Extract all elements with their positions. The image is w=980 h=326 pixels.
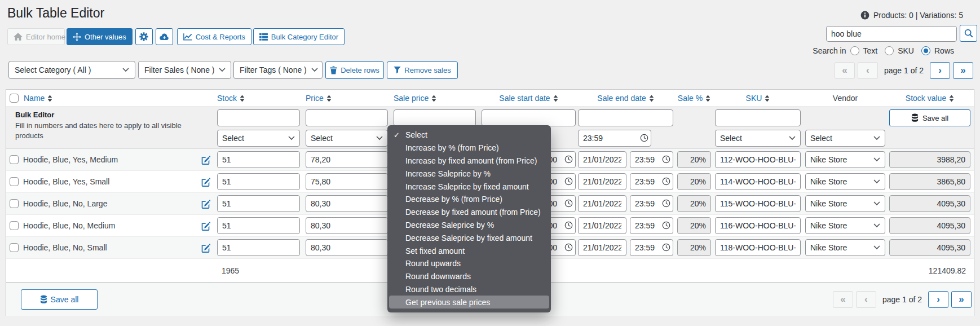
remove-sales-button[interactable]: Remove sales <box>387 61 458 79</box>
edit-icon[interactable] <box>201 221 210 231</box>
column-header-name[interactable]: Name <box>24 94 45 103</box>
sale-end-date-input[interactable] <box>578 217 626 234</box>
menu-item[interactable]: Decrease by fixed amount (from Price) <box>387 206 551 219</box>
menu-item[interactable]: Increase by fixed amount (from Price) <box>387 155 551 168</box>
vendor-select[interactable]: Nike Store <box>805 151 885 168</box>
delete-rows-button[interactable]: Delete rows <box>325 61 384 79</box>
vendor-select[interactable]: Nike Store <box>805 173 885 190</box>
search-button[interactable] <box>960 25 977 42</box>
menu-item[interactable]: Round downwards <box>387 270 551 283</box>
menu-item[interactable]: Decrease Saleprice by fixed amount <box>387 231 551 244</box>
row-checkbox[interactable] <box>10 221 19 230</box>
edit-icon[interactable] <box>201 177 210 187</box>
cost-reports-button[interactable]: Cost & Reports <box>177 28 251 45</box>
sku-input[interactable] <box>715 239 801 256</box>
sort-icon[interactable] <box>326 95 332 102</box>
sku-input[interactable] <box>715 173 801 190</box>
sort-icon[interactable] <box>431 95 436 102</box>
settings-button[interactable] <box>135 28 153 45</box>
vendor-select[interactable]: Nike Store <box>805 239 885 256</box>
row-checkbox[interactable] <box>10 243 19 252</box>
radio-sku[interactable] <box>885 46 894 55</box>
row-checkbox[interactable] <box>10 155 19 164</box>
next-page-button[interactable]: › <box>928 291 948 308</box>
other-values-button[interactable]: Other values <box>67 28 133 45</box>
radio-rows[interactable] <box>921 46 930 55</box>
column-header-sale-start[interactable]: Sale start date <box>499 94 550 103</box>
menu-item[interactable]: Increase by % (from Price) <box>387 142 551 155</box>
bulk-sku-select[interactable]: Select <box>715 130 801 147</box>
sale-end-date-input[interactable] <box>578 151 626 168</box>
tags-filter-select[interactable]: Filter Tags ( None ) <box>233 61 323 79</box>
vendor-select[interactable]: Nike Store <box>805 195 885 212</box>
next-page-button[interactable]: › <box>930 62 950 79</box>
bulk-stock-input[interactable] <box>217 109 300 126</box>
sale-end-date-input[interactable] <box>578 195 626 212</box>
price-input[interactable] <box>306 173 388 190</box>
sku-input[interactable] <box>715 217 801 234</box>
cloud-download-button[interactable] <box>156 28 173 45</box>
sort-icon[interactable] <box>240 95 245 102</box>
bulk-price-select[interactable]: Select <box>306 130 388 147</box>
category-filter-select[interactable]: Select Category ( All ) <box>8 61 135 79</box>
stock-input[interactable] <box>217 239 300 256</box>
menu-item[interactable]: Get previous sale prices <box>389 296 549 309</box>
column-header-sku[interactable]: SKU <box>746 94 762 103</box>
row-checkbox[interactable] <box>10 177 19 186</box>
search-input[interactable] <box>826 26 957 42</box>
bulk-price-input[interactable] <box>306 109 388 126</box>
select-all-checkbox[interactable] <box>10 94 19 103</box>
column-header-stock-value[interactable]: Stock value <box>906 94 946 103</box>
sales-filter-select[interactable]: Filter Sales ( None ) <box>138 61 231 79</box>
save-all-button[interactable]: Save all <box>21 289 98 310</box>
first-page-button[interactable]: « <box>835 62 855 79</box>
bulk-stock-select[interactable]: Select <box>217 130 300 147</box>
stock-input[interactable] <box>217 195 300 212</box>
column-header-stock[interactable]: Stock <box>217 94 237 103</box>
sku-input[interactable] <box>715 195 801 212</box>
price-input[interactable] <box>306 239 388 256</box>
price-input[interactable] <box>306 217 388 234</box>
bulk-save-all-button[interactable]: Save all <box>889 109 970 126</box>
stock-input[interactable] <box>217 151 300 168</box>
prev-page-button[interactable]: ‹ <box>856 291 876 308</box>
menu-item[interactable]: Increase Saleprice by fixed amount <box>387 180 551 193</box>
radio-text[interactable] <box>850 46 859 55</box>
bulk-category-editor-button[interactable]: Bulk Category Editor <box>253 28 345 45</box>
column-header-price[interactable]: Price <box>306 94 324 103</box>
menu-item[interactable]: Set fixed amount <box>387 244 551 257</box>
menu-item[interactable]: Decrease by % (from Price) <box>387 193 551 206</box>
editor-home-button[interactable]: Editor home <box>7 28 65 45</box>
price-input[interactable] <box>306 195 388 212</box>
last-page-button[interactable]: » <box>953 62 973 79</box>
menu-item[interactable]: Decrease Saleprice by % <box>387 219 551 232</box>
menu-item[interactable]: ✓Select <box>387 129 551 142</box>
column-header-sale-end[interactable]: Sale end date <box>597 94 646 103</box>
row-checkbox[interactable] <box>10 199 19 208</box>
first-page-button[interactable]: « <box>833 291 853 308</box>
menu-item[interactable]: Round two decimals <box>387 283 551 296</box>
edit-icon[interactable] <box>201 243 210 253</box>
vendor-select[interactable]: Nike Store <box>805 217 885 234</box>
sort-icon[interactable] <box>949 95 954 102</box>
edit-icon[interactable] <box>201 199 210 209</box>
stock-input[interactable] <box>217 217 300 234</box>
column-header-sale-price[interactable]: Sale price <box>394 94 429 103</box>
menu-item[interactable]: Increase Saleprice by % <box>387 167 551 180</box>
sort-icon[interactable] <box>765 95 770 102</box>
price-input[interactable] <box>306 151 388 168</box>
bulk-sale-price-input[interactable] <box>394 109 476 126</box>
bulk-sku-input[interactable] <box>715 109 801 126</box>
sale-end-date-input[interactable] <box>578 173 626 190</box>
sku-input[interactable] <box>715 151 801 168</box>
bulk-sale-start-date-input[interactable] <box>482 109 576 126</box>
sort-icon[interactable] <box>47 95 52 102</box>
sort-icon[interactable] <box>649 95 654 102</box>
sort-icon[interactable] <box>553 95 558 102</box>
prev-page-button[interactable]: ‹ <box>858 62 878 79</box>
column-header-sale-pct[interactable]: Sale % <box>678 94 703 103</box>
bulk-sale-end-date-input[interactable] <box>578 109 673 126</box>
sort-icon[interactable] <box>705 95 710 102</box>
stock-input[interactable] <box>217 173 300 190</box>
sale-end-date-input[interactable] <box>578 239 626 256</box>
